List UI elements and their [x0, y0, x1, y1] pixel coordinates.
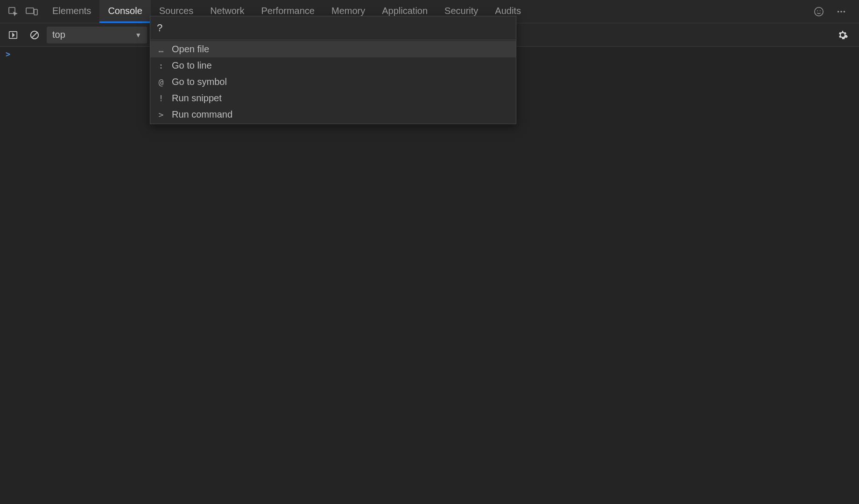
- svg-point-3: [815, 7, 823, 15]
- svg-line-11: [32, 32, 37, 37]
- svg-point-6: [838, 11, 839, 13]
- command-menu-item-run-snippet[interactable]: ! Run snippet: [150, 90, 516, 106]
- command-prefix: >: [157, 110, 165, 119]
- context-selected-label: top: [52, 29, 65, 40]
- svg-point-7: [840, 11, 842, 13]
- tab-label: Security: [444, 6, 478, 16]
- device-toggle-icon[interactable]: [22, 2, 41, 21]
- more-options-icon[interactable]: [832, 2, 851, 21]
- tab-label: Sources: [159, 6, 193, 16]
- svg-point-4: [817, 10, 818, 11]
- execution-context-select[interactable]: top ▼: [47, 27, 147, 43]
- tab-label: Memory: [331, 6, 365, 16]
- command-prefix: …: [157, 44, 165, 54]
- command-menu-list: … Open file : Go to line @ Go to symbol …: [150, 40, 516, 124]
- svg-point-8: [844, 11, 845, 13]
- tab-label: Performance: [261, 6, 315, 16]
- command-prefix: :: [157, 61, 165, 70]
- clear-console-icon[interactable]: [25, 26, 44, 44]
- chevron-down-icon: ▼: [135, 31, 141, 39]
- command-menu-input-row: [150, 16, 516, 40]
- command-menu-input[interactable]: [157, 22, 509, 34]
- command-label: Go to line: [172, 60, 212, 71]
- top-right-icons: [810, 2, 855, 21]
- svg-rect-1: [26, 8, 34, 14]
- command-label: Run snippet: [172, 93, 222, 104]
- command-label: Run command: [172, 109, 232, 120]
- tab-label: Network: [210, 6, 244, 16]
- tab-label: Console: [108, 6, 142, 16]
- command-label: Go to symbol: [172, 77, 227, 87]
- tab-label: Audits: [495, 6, 521, 16]
- smiley-feedback-icon[interactable]: [810, 2, 828, 21]
- command-menu: … Open file : Go to line @ Go to symbol …: [150, 16, 516, 124]
- tab-elements[interactable]: Elements: [44, 0, 99, 23]
- command-prefix: !: [157, 93, 165, 103]
- command-menu-item-open-file[interactable]: … Open file: [150, 41, 516, 57]
- console-settings-icon[interactable]: [837, 26, 855, 44]
- tab-console[interactable]: Console: [99, 0, 150, 23]
- command-menu-item-goto-line[interactable]: : Go to line: [150, 57, 516, 74]
- svg-point-5: [820, 10, 821, 11]
- tab-label: Application: [382, 6, 428, 16]
- prompt-symbol: >: [6, 49, 10, 59]
- command-label: Open file: [172, 44, 209, 55]
- command-prefix: @: [157, 77, 165, 87]
- command-menu-item-run-command[interactable]: > Run command: [150, 106, 516, 123]
- inspect-element-icon[interactable]: [4, 2, 22, 21]
- command-menu-item-goto-symbol[interactable]: @ Go to symbol: [150, 74, 516, 90]
- toggle-sidebar-icon[interactable]: [4, 26, 22, 44]
- svg-rect-2: [34, 9, 37, 15]
- tab-label: Elements: [52, 6, 91, 16]
